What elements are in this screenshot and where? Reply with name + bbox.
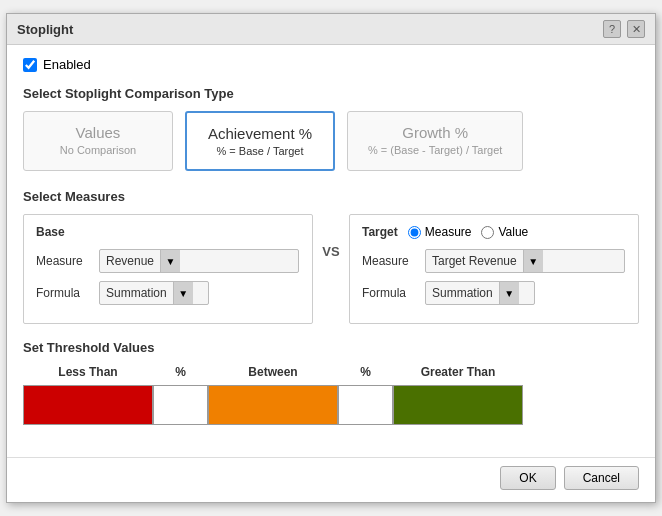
threshold-less-than-color[interactable] <box>23 385 153 425</box>
select-measures-section: Select Measures Base Measure Revenue ▼ F… <box>23 189 639 324</box>
stoplight-dialog: Stoplight ? ✕ Enabled Select Stoplight C… <box>6 13 656 503</box>
comp-values[interactable]: Values No Comparison <box>23 111 173 171</box>
help-button[interactable]: ? <box>603 20 621 38</box>
base-formula-value: Summation <box>100 283 173 303</box>
threshold-less-than-label: Less Than <box>58 365 117 379</box>
comparison-types-container: Values No Comparison Achievement % % = B… <box>23 111 639 171</box>
dialog-footer: OK Cancel <box>7 457 655 502</box>
enabled-label: Enabled <box>43 57 91 72</box>
threshold-title: Set Threshold Values <box>23 340 639 355</box>
base-formula-select[interactable]: Summation ▼ <box>99 281 209 305</box>
comp-growth-sub: % = (Base - Target) / Target <box>368 144 502 156</box>
target-value-radio-label[interactable]: Value <box>481 225 528 239</box>
threshold-less-than-col: Less Than <box>23 365 153 425</box>
enabled-row: Enabled <box>23 57 639 72</box>
threshold-between-label: Between <box>248 365 297 379</box>
target-measure-label: Measure <box>362 254 417 268</box>
base-measure-row: Measure Revenue ▼ <box>36 249 300 273</box>
comp-achievement[interactable]: Achievement % % = Base / Target <box>185 111 335 171</box>
base-formula-label: Formula <box>36 286 91 300</box>
threshold-section: Set Threshold Values Less Than % Between <box>23 340 639 425</box>
target-formula-select[interactable]: Summation ▼ <box>425 281 535 305</box>
threshold-between-col: Between <box>208 365 338 425</box>
target-title: Target <box>362 225 398 239</box>
target-measure-select[interactable]: Target Revenue ▼ <box>425 249 625 273</box>
comp-growth[interactable]: Growth % % = (Base - Target) / Target <box>347 111 523 171</box>
dialog-body: Enabled Select Stoplight Comparison Type… <box>7 45 655 457</box>
target-value-radio[interactable] <box>481 226 494 239</box>
measures-container: Base Measure Revenue ▼ Formula Summation… <box>23 214 639 324</box>
comp-growth-title: Growth % <box>368 124 502 141</box>
enabled-checkbox[interactable] <box>23 58 37 72</box>
comp-values-sub: No Comparison <box>44 144 152 156</box>
target-formula-dropdown-arrow[interactable]: ▼ <box>499 282 519 304</box>
title-actions: ? ✕ <box>603 20 645 38</box>
threshold-pct1-col: % <box>153 365 208 425</box>
cancel-button[interactable]: Cancel <box>564 466 639 490</box>
threshold-pct2-input[interactable] <box>338 385 393 425</box>
base-formula-row: Formula Summation ▼ <box>36 281 300 305</box>
target-formula-row: Formula Summation ▼ <box>362 281 626 305</box>
comp-values-title: Values <box>44 124 152 141</box>
target-measure-radio[interactable] <box>408 226 421 239</box>
measures-title: Select Measures <box>23 189 639 204</box>
target-measure-row: Measure Target Revenue ▼ <box>362 249 626 273</box>
target-measure-value: Target Revenue <box>426 251 523 271</box>
comp-achievement-title: Achievement % <box>207 125 313 142</box>
target-measure-dropdown-arrow[interactable]: ▼ <box>523 250 543 272</box>
threshold-pct1-label: % <box>175 365 186 379</box>
threshold-pct1-input[interactable] <box>153 385 208 425</box>
base-measure-select[interactable]: Revenue ▼ <box>99 249 299 273</box>
target-radio-group: Measure Value <box>408 225 529 239</box>
vs-label: VS <box>313 214 349 259</box>
target-formula-value: Summation <box>426 283 499 303</box>
comparison-type-title: Select Stoplight Comparison Type <box>23 86 639 101</box>
close-button[interactable]: ✕ <box>627 20 645 38</box>
target-value-radio-text: Value <box>498 225 528 239</box>
base-measure-dropdown-arrow[interactable]: ▼ <box>160 250 180 272</box>
dialog-title: Stoplight <box>17 22 73 37</box>
threshold-pct2-label: % <box>360 365 371 379</box>
ok-button[interactable]: OK <box>500 466 555 490</box>
base-measure-label: Measure <box>36 254 91 268</box>
target-measure-radio-label[interactable]: Measure <box>408 225 472 239</box>
base-title: Base <box>36 225 300 239</box>
target-formula-label: Formula <box>362 286 417 300</box>
threshold-greater-than-color[interactable] <box>393 385 523 425</box>
title-bar: Stoplight ? ✕ <box>7 14 655 45</box>
base-measure-value: Revenue <box>100 251 160 271</box>
threshold-columns: Less Than % Between % <box>23 365 639 425</box>
threshold-between-color[interactable] <box>208 385 338 425</box>
base-box: Base Measure Revenue ▼ Formula Summation… <box>23 214 313 324</box>
comp-achievement-sub: % = Base / Target <box>207 145 313 157</box>
threshold-greater-than-col: Greater Than <box>393 365 523 425</box>
base-formula-dropdown-arrow[interactable]: ▼ <box>173 282 193 304</box>
threshold-greater-than-label: Greater Than <box>421 365 496 379</box>
threshold-pct2-col: % <box>338 365 393 425</box>
target-box: Target Measure Value <box>349 214 639 324</box>
target-header: Target Measure Value <box>362 225 626 239</box>
target-measure-radio-text: Measure <box>425 225 472 239</box>
